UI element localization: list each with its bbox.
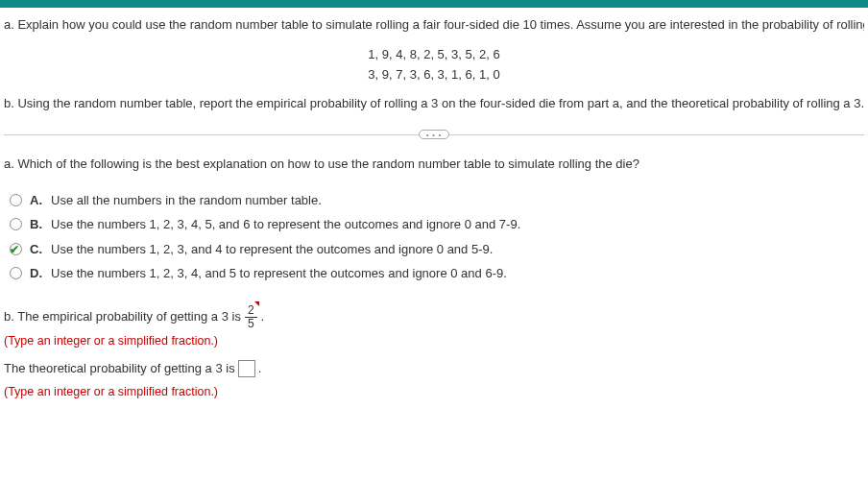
answer-section: b. The empirical probability of getting … [4, 304, 864, 404]
radio-c[interactable] [10, 243, 22, 255]
hint-theoretical: (Type an integer or a simplified fractio… [4, 381, 864, 404]
numbers-row-1: 1, 9, 4, 8, 2, 5, 3, 5, 2, 6 [4, 45, 864, 65]
expand-button[interactable]: • • • [419, 130, 449, 139]
theoretical-suffix: . [258, 357, 262, 381]
empirical-suffix: . [261, 305, 265, 329]
choice-list: A. Use all the numbers in the random num… [10, 191, 864, 283]
choice-text: Use all the numbers in the random number… [51, 191, 322, 210]
fraction-denominator: 5 [245, 318, 257, 330]
empirical-answer-row: b. The empirical probability of getting … [4, 304, 864, 330]
theoretical-prefix: The theoretical probability of getting a… [4, 357, 235, 381]
content-area: a. Explain how you could use the random … [0, 8, 868, 411]
choice-b[interactable]: B. Use the numbers 1, 2, 3, 4, 5, and 6 … [10, 215, 864, 234]
choice-a[interactable]: A. Use all the numbers in the random num… [10, 191, 864, 210]
choice-text: Use the numbers 1, 2, 3, 4, 5, and 6 to … [51, 215, 520, 234]
theoretical-answer-row: The theoretical probability of getting a… [4, 357, 864, 381]
choice-letter: B. [30, 215, 45, 234]
numbers-row-2: 3, 9, 7, 3, 6, 3, 1, 6, 1, 0 [4, 65, 864, 85]
choice-text: Use the numbers 1, 2, 3, 4, and 5 to rep… [51, 264, 507, 283]
choice-c[interactable]: C. Use the numbers 1, 2, 3, and 4 to rep… [10, 240, 864, 259]
theoretical-input[interactable] [238, 360, 255, 377]
radio-d[interactable] [10, 267, 22, 279]
question-b-text: b. Using the random number table, report… [4, 94, 864, 114]
divider-line-right [449, 134, 864, 135]
divider: • • • [4, 130, 864, 139]
hint-empirical: (Type an integer or a simplified fractio… [4, 330, 864, 353]
fraction-numerator: 2 [245, 304, 257, 318]
question-a-text: a. Explain how you could use the random … [4, 15, 864, 36]
random-number-table: 1, 9, 4, 8, 2, 5, 3, 5, 2, 6 3, 9, 7, 3,… [4, 45, 864, 85]
divider-line-left [4, 134, 419, 135]
choice-letter: A. [30, 191, 45, 210]
choice-text: Use the numbers 1, 2, 3, and 4 to repres… [51, 240, 493, 259]
empirical-prefix: b. The empirical probability of getting … [4, 305, 241, 329]
choice-d[interactable]: D. Use the numbers 1, 2, 3, 4, and 5 to … [10, 264, 864, 283]
choice-letter: C. [30, 240, 45, 259]
sub-question-a: a. Which of the following is the best ex… [4, 155, 864, 174]
radio-a[interactable] [10, 194, 22, 206]
choice-letter: D. [30, 264, 45, 283]
radio-b[interactable] [10, 218, 22, 230]
cursor-indicator-icon [254, 301, 259, 306]
empirical-fraction-input[interactable]: 2 5 [245, 304, 257, 330]
window-top-bar [0, 0, 868, 8]
